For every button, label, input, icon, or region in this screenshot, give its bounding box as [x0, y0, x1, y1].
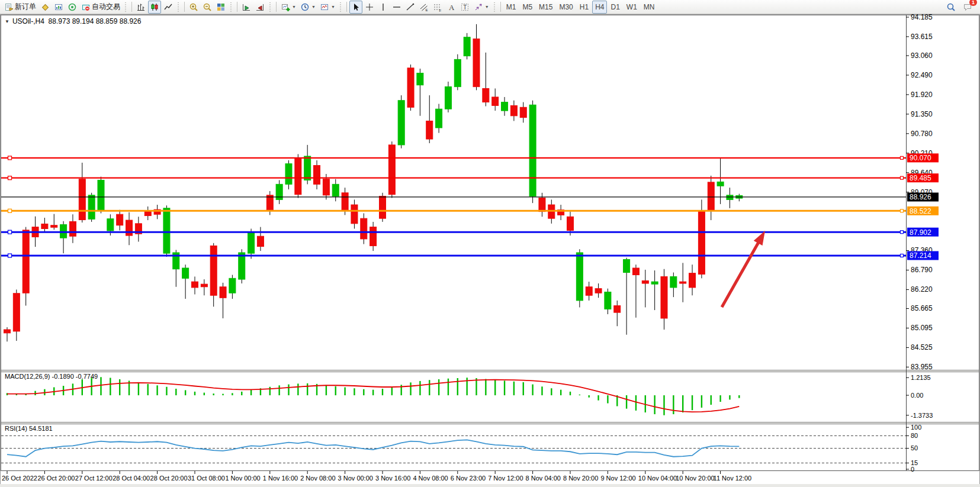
periods-button[interactable]: ▼	[298, 1, 317, 14]
price-tick-label: 92.490	[911, 71, 933, 79]
horizontal-line-button[interactable]	[390, 1, 403, 14]
candle-body	[595, 289, 602, 294]
line-anchor[interactable]	[901, 231, 904, 234]
chart-shift-button[interactable]	[253, 1, 266, 14]
search-button[interactable]	[944, 1, 957, 14]
market-watch-button[interactable]	[52, 1, 65, 14]
tf-m1-button[interactable]: M1	[503, 1, 519, 14]
text-label-button[interactable]: T	[458, 1, 471, 14]
cursor-button[interactable]	[349, 1, 362, 14]
price-tick-label: 86.220	[911, 285, 933, 294]
candle-body	[651, 282, 658, 284]
candle-body	[473, 39, 480, 87]
chart-profiles-button[interactable]	[38, 1, 52, 14]
auto-scroll-button[interactable]	[240, 1, 253, 14]
time-tick-label: 31 Oct 08:00	[188, 475, 225, 482]
dropdown-arrow-icon[interactable]: ▼	[292, 5, 296, 9]
price-tick-label: 91.920	[911, 91, 933, 99]
auto-trading-button[interactable]: 自动交易	[79, 1, 122, 14]
toolbar-right: 1	[944, 1, 978, 14]
toolbar-divider	[131, 2, 132, 12]
crosshair-button[interactable]	[363, 1, 376, 14]
line-anchor[interactable]	[901, 176, 904, 179]
line-anchor[interactable]	[8, 254, 12, 257]
line-anchor[interactable]	[8, 156, 12, 160]
candle-body	[529, 105, 536, 196]
candle-body	[417, 73, 423, 85]
svg-text:E: E	[425, 8, 428, 12]
fibonacci-button[interactable]: F	[431, 1, 444, 14]
tf-h4-button[interactable]: H4	[592, 1, 607, 14]
shapes-button[interactable]: ▼	[472, 1, 491, 14]
time-tick-label: 6 Nov 23:00	[451, 475, 486, 482]
chevron-down-icon[interactable]: ▼	[5, 19, 9, 24]
toolbar-group	[240, 1, 266, 14]
tf-w1-button[interactable]: W1	[624, 1, 640, 14]
candle-body	[229, 278, 236, 293]
tf-m15-button[interactable]: M15	[536, 1, 555, 14]
candle-body	[126, 220, 133, 236]
candle-body	[266, 195, 273, 210]
tf-mn-button[interactable]: MN	[641, 1, 658, 14]
dropdown-arrow-icon[interactable]: ▼	[331, 5, 335, 9]
price-tick-label: 85.095	[911, 324, 933, 332]
toolbar-divider	[276, 2, 277, 12]
toolbar-separator	[230, 2, 233, 12]
tf-d1-button[interactable]: D1	[608, 1, 622, 14]
trendline-button[interactable]	[404, 1, 417, 14]
line-anchor[interactable]	[901, 156, 904, 159]
price-tick-label: 94.185	[911, 14, 933, 21]
vline-icon	[378, 2, 388, 12]
line-chart-button[interactable]	[162, 1, 175, 14]
new-chart-button[interactable]: ▼	[279, 1, 298, 14]
tile-windows-button[interactable]	[214, 1, 227, 14]
candle-body	[342, 193, 348, 210]
price-chart[interactable]: 94.18593.61593.06092.49091.92091.35090.7…	[0, 14, 980, 487]
line-anchor[interactable]	[8, 209, 12, 212]
candle-body	[41, 224, 48, 228]
tf-m5-button[interactable]: M5	[519, 1, 535, 14]
bar-chart-button[interactable]	[134, 1, 147, 14]
tf-m30-button[interactable]: M30	[556, 1, 576, 14]
line-anchor[interactable]	[8, 176, 12, 180]
new-order-button[interactable]: 新订单	[2, 1, 38, 14]
chart-window[interactable]: 94.18593.61593.06092.49091.92091.35090.7…	[0, 14, 980, 487]
dropdown-arrow-icon[interactable]: ▼	[311, 5, 316, 9]
text-button[interactable]: A	[445, 1, 458, 14]
candle-body	[576, 253, 583, 301]
price-tick-label: 86.790	[911, 266, 933, 274]
line-anchor[interactable]	[901, 209, 904, 212]
candle-body	[210, 246, 217, 295]
time-tick-label: 10 Nov 20:00	[676, 475, 714, 482]
candle-body	[624, 260, 630, 273]
shift-icon	[255, 2, 265, 12]
candle-body	[464, 37, 470, 56]
zoom-in-button[interactable]	[187, 1, 200, 14]
vertical-line-button[interactable]	[377, 1, 390, 14]
macd-tick-label: -1.3733	[911, 412, 933, 419]
rsi-indicator-label: RSI(14) 54.5181	[5, 425, 53, 432]
candle-body	[426, 121, 433, 139]
candle-body	[445, 87, 451, 109]
dropdown-arrow-icon[interactable]: ▼	[485, 5, 489, 9]
zoom-out-button[interactable]	[201, 1, 214, 14]
zoomin-icon	[189, 2, 198, 12]
notifications-button[interactable]: 1	[961, 1, 974, 14]
candlestick-button[interactable]	[148, 1, 161, 14]
channel-button[interactable]: E	[417, 1, 430, 14]
signals-button[interactable]	[66, 1, 79, 14]
rsi-tick-label: 50	[911, 444, 918, 451]
templates-button[interactable]: ▼	[318, 1, 337, 14]
textT-icon: T	[460, 2, 470, 12]
line-anchor[interactable]	[901, 254, 904, 257]
price-line-label-text: 90.070	[910, 154, 931, 162]
macd-tick-label: 1.2135	[911, 374, 931, 381]
line-anchor[interactable]	[8, 230, 12, 234]
time-tick-label: 28 Oct 04:00	[113, 475, 150, 482]
candle-body	[661, 276, 667, 318]
candle-body	[717, 182, 724, 186]
tf-h1-button[interactable]: H1	[577, 1, 592, 14]
newchart-icon	[281, 2, 290, 12]
candle-body	[257, 236, 264, 246]
svg-text:F: F	[439, 8, 441, 12]
